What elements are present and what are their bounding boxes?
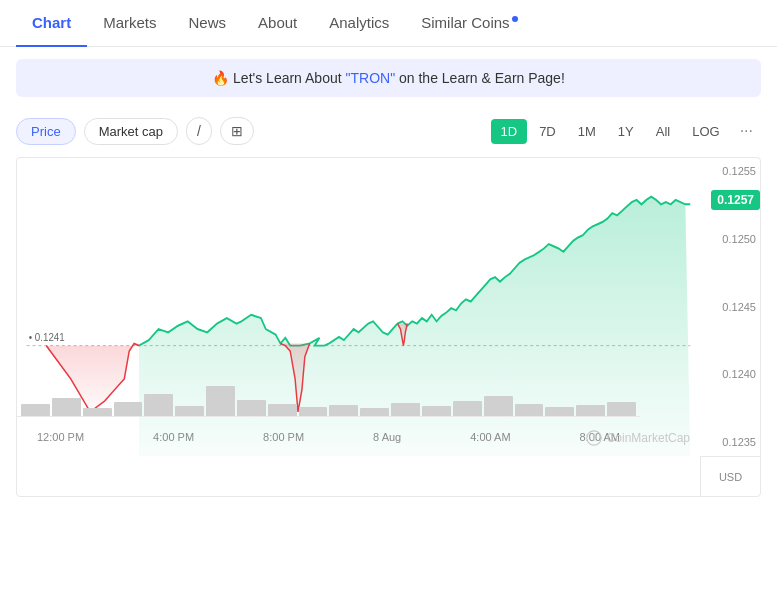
vol-bar	[453, 401, 482, 416]
vol-bar	[422, 406, 451, 416]
x-label-1200pm: 12:00 PM	[37, 431, 84, 443]
chart-container: • 0.1241	[16, 157, 761, 497]
time-btn-1m[interactable]: 1M	[568, 119, 606, 144]
tab-markets[interactable]: Markets	[87, 0, 172, 47]
chart-area: • 0.1241	[17, 158, 700, 456]
vol-bar	[515, 404, 544, 416]
vol-bar	[391, 403, 420, 416]
vol-bar	[237, 400, 266, 416]
vol-bar	[52, 398, 81, 416]
x-label-800pm: 8:00 PM	[263, 431, 304, 443]
vol-bar	[206, 386, 235, 416]
tab-news[interactable]: News	[173, 0, 243, 47]
learn-earn-banner: 🔥 Let's Learn About "TRON" on the Learn …	[16, 59, 761, 97]
current-price-tag: 0.1257	[711, 190, 760, 210]
tab-analytics[interactable]: Analytics	[313, 0, 405, 47]
time-btn-all[interactable]: All	[646, 119, 680, 144]
time-btn-log[interactable]: LOG	[682, 119, 729, 144]
y-label-5: 0.1235	[704, 437, 756, 448]
y-label-4: 0.1240	[704, 369, 756, 380]
vol-bar	[299, 407, 328, 416]
banner-link[interactable]: "TRON"	[346, 70, 396, 86]
banner-text-after: on the Learn & Earn Page!	[395, 70, 565, 86]
more-options-button[interactable]: ···	[732, 117, 761, 145]
x-label-400pm: 4:00 PM	[153, 431, 194, 443]
x-axis: 12:00 PM 4:00 PM 8:00 PM 8 Aug 4:00 AM 8…	[17, 416, 640, 456]
vol-bar	[484, 396, 513, 416]
banner-emoji: 🔥	[212, 70, 229, 86]
time-btn-7d[interactable]: 7D	[529, 119, 566, 144]
price-button[interactable]: Price	[16, 118, 76, 145]
vol-bar	[21, 404, 50, 416]
vol-bar	[360, 408, 389, 416]
coinmarketcap-icon: ₿	[586, 430, 602, 446]
candle-chart-icon[interactable]: ⊞	[220, 117, 254, 145]
y-label-2: 0.1250	[704, 234, 756, 245]
chart-controls: Price Market cap / ⊞ 1D 7D 1M 1Y All LOG…	[0, 109, 777, 153]
time-btn-1y[interactable]: 1Y	[608, 119, 644, 144]
watermark-text: CoinMarketCap	[607, 431, 690, 445]
marketcap-button[interactable]: Market cap	[84, 118, 178, 145]
vol-bar	[607, 402, 636, 416]
vol-bar	[114, 402, 143, 416]
time-btn-1d[interactable]: 1D	[491, 119, 528, 144]
tab-chart[interactable]: Chart	[16, 0, 87, 47]
vol-bar	[268, 404, 297, 416]
vol-bar	[545, 407, 574, 416]
y-label-3: 0.1245	[704, 302, 756, 313]
coinmarketcap-watermark: ₿ CoinMarketCap	[586, 430, 690, 446]
vol-bar	[329, 405, 358, 416]
banner-text-before: Let's Learn About	[233, 70, 345, 86]
line-chart-icon[interactable]: /	[186, 117, 212, 145]
vol-bar	[83, 408, 112, 416]
vol-bar	[576, 405, 605, 416]
usd-label: USD	[700, 456, 760, 496]
vol-bar	[144, 394, 173, 416]
tab-similar-coins[interactable]: Similar Coins	[405, 0, 533, 47]
y-label-1: 0.1255	[704, 166, 756, 177]
time-buttons: 1D 7D 1M 1Y All LOG ···	[491, 117, 761, 145]
volume-bars	[17, 386, 640, 416]
tab-about[interactable]: About	[242, 0, 313, 47]
tabs-nav: Chart Markets News About Analytics Simil…	[0, 0, 777, 47]
svg-text:₿: ₿	[591, 433, 595, 442]
svg-text:• 0.1241: • 0.1241	[29, 332, 65, 344]
vol-bar	[175, 406, 204, 416]
x-label-8aug: 8 Aug	[373, 431, 401, 443]
x-label-400am: 4:00 AM	[470, 431, 510, 443]
